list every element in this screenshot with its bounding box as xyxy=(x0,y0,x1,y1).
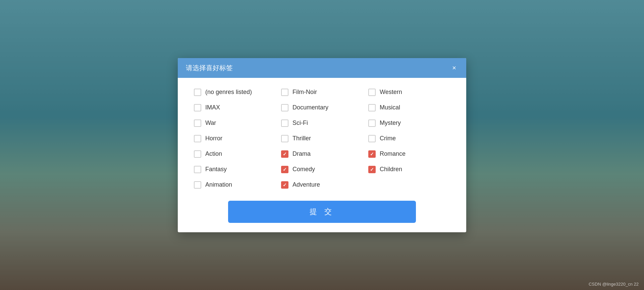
genre-item-musical[interactable]: Musical xyxy=(368,104,450,111)
dialog-header: 请选择喜好标签 × xyxy=(178,58,466,78)
checkbox-action[interactable] xyxy=(194,150,201,158)
genre-item-sci-fi[interactable]: Sci-Fi xyxy=(281,119,363,127)
checkbox-musical[interactable] xyxy=(368,104,376,111)
genre-label-children: Children xyxy=(380,166,402,173)
checkbox-imax[interactable] xyxy=(194,104,201,111)
genre-label-horror: Horror xyxy=(205,135,222,142)
checkbox-drama[interactable] xyxy=(281,150,288,158)
genre-label-war: War xyxy=(205,119,216,127)
checkbox-mystery[interactable] xyxy=(368,119,376,127)
genres-grid: (no genres listed)Film-NoirWesternIMAXDo… xyxy=(194,89,450,189)
genre-item-action[interactable]: Action xyxy=(194,150,276,158)
genre-item-crime[interactable]: Crime xyxy=(368,135,450,142)
genre-label-mystery: Mystery xyxy=(380,119,401,127)
checkbox-thriller[interactable] xyxy=(281,135,288,142)
genre-item-drama[interactable]: Drama xyxy=(281,150,363,158)
genre-label-action: Action xyxy=(205,150,222,157)
checkbox-animation[interactable] xyxy=(194,181,201,189)
genre-item-fantasy[interactable]: Fantasy xyxy=(194,166,276,173)
genre-item-children[interactable]: Children xyxy=(368,166,450,173)
checkbox-children[interactable] xyxy=(368,166,376,173)
genre-label-comedy: Comedy xyxy=(292,166,315,173)
checkbox-documentary[interactable] xyxy=(281,104,288,111)
genre-label-thriller: Thriller xyxy=(292,135,311,142)
genre-item-no-genres[interactable]: (no genres listed) xyxy=(194,89,276,96)
genre-item-mystery[interactable]: Mystery xyxy=(368,119,450,127)
checkbox-fantasy[interactable] xyxy=(194,166,201,173)
genre-label-animation: Animation xyxy=(205,181,232,188)
checkbox-no-genres[interactable] xyxy=(194,89,201,96)
dialog-title: 请选择喜好标签 xyxy=(186,63,233,72)
genre-item-animation[interactable]: Animation xyxy=(194,181,276,189)
checkbox-comedy[interactable] xyxy=(281,166,288,173)
genre-label-romance: Romance xyxy=(380,150,406,157)
genre-label-imax: IMAX xyxy=(205,104,220,111)
genre-label-musical: Musical xyxy=(380,104,400,111)
submit-button[interactable]: 提 交 xyxy=(228,201,416,223)
dialog-body: (no genres listed)Film-NoirWesternIMAXDo… xyxy=(178,78,466,232)
genre-item-romance[interactable]: Romance xyxy=(368,150,450,158)
genre-label-film-noir: Film-Noir xyxy=(292,89,317,96)
genre-item-documentary[interactable]: Documentary xyxy=(281,104,363,111)
genre-label-sci-fi: Sci-Fi xyxy=(292,119,308,127)
genre-item-war[interactable]: War xyxy=(194,119,276,127)
genre-label-no-genres: (no genres listed) xyxy=(205,89,252,96)
checkbox-film-noir[interactable] xyxy=(281,89,288,96)
checkbox-crime[interactable] xyxy=(368,135,376,142)
genre-label-adventure: Adventure xyxy=(292,181,320,188)
genre-item-western[interactable]: Western xyxy=(368,89,450,96)
genre-label-documentary: Documentary xyxy=(292,104,328,111)
genre-label-drama: Drama xyxy=(292,150,311,157)
genre-dialog: 请选择喜好标签 × (no genres listed)Film-NoirWes… xyxy=(178,58,466,232)
genre-label-fantasy: Fantasy xyxy=(205,166,227,173)
checkbox-war[interactable] xyxy=(194,119,201,127)
checkbox-adventure[interactable] xyxy=(281,181,288,189)
genre-item-imax[interactable]: IMAX xyxy=(194,104,276,111)
genre-label-western: Western xyxy=(380,89,402,96)
checkbox-romance[interactable] xyxy=(368,150,376,158)
genre-item-adventure[interactable]: Adventure xyxy=(281,181,363,189)
genre-item-horror[interactable]: Horror xyxy=(194,135,276,142)
genre-item-thriller[interactable]: Thriller xyxy=(281,135,363,142)
checkbox-sci-fi[interactable] xyxy=(281,119,288,127)
genre-label-crime: Crime xyxy=(380,135,396,142)
close-button[interactable]: × xyxy=(450,64,458,72)
genre-item-comedy[interactable]: Comedy xyxy=(281,166,363,173)
checkbox-horror[interactable] xyxy=(194,135,201,142)
watermark: CSDN @linge3220_cn 22 xyxy=(589,282,639,287)
genre-item-film-noir[interactable]: Film-Noir xyxy=(281,89,363,96)
checkbox-western[interactable] xyxy=(368,89,376,96)
